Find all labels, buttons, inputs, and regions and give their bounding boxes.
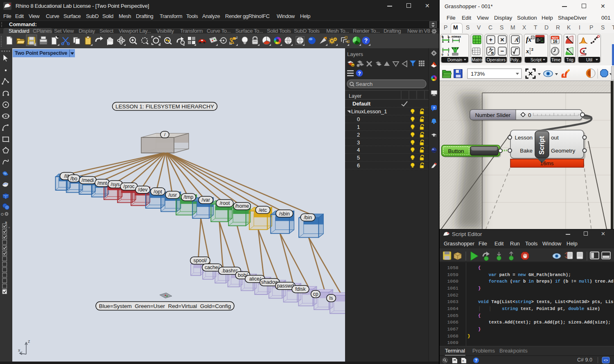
- svg-text:/usr: /usr: [169, 192, 177, 198]
- svg-text:0: 0: [528, 112, 531, 118]
- svg-text:/sbin: /sbin: [279, 211, 290, 217]
- svg-text:<>: <>: [604, 358, 608, 362]
- svg-text:?: ?: [475, 358, 477, 363]
- svg-text:Two Point Perspective: Two Point Perspective: [15, 50, 67, 56]
- svg-text:Script: Script: [538, 136, 545, 155]
- svg-text:/sys: /sys: [111, 182, 120, 187]
- svg-text:/bin: /bin: [304, 215, 312, 220]
- svg-text:cp: cp: [313, 291, 318, 297]
- svg-text:alice/: alice/: [249, 276, 261, 282]
- svg-text:0: 0: [442, 35, 443, 38]
- svg-text:NOV: NOV: [552, 36, 558, 39]
- svg-text:/root: /root: [220, 200, 230, 206]
- svg-text:/var: /var: [202, 197, 210, 203]
- svg-text:Button: Button: [448, 148, 464, 154]
- svg-text:−: −: [501, 47, 504, 54]
- svg-text:B: B: [491, 51, 494, 55]
- svg-text:/dev: /dev: [138, 187, 148, 193]
- svg-text:+: +: [532, 36, 534, 39]
- svg-text:Blue=System Green=User Red=V: Blue=System Green=User Red=Virtual Gold=…: [99, 303, 231, 309]
- svg-text:Geometry: Geometry: [551, 148, 576, 154]
- svg-text:+: +: [489, 36, 493, 43]
- svg-text:2: 2: [517, 36, 519, 40]
- svg-text:16ms: 16ms: [540, 160, 553, 166]
- svg-text:✕: ✕: [500, 37, 505, 43]
- svg-text:?: ?: [433, 106, 435, 110]
- svg-text:/medi: /medi: [81, 178, 94, 183]
- svg-text:ls: ls: [330, 295, 333, 301]
- svg-text:max: max: [456, 35, 461, 38]
- svg-text:/tmp: /tmp: [184, 194, 194, 200]
- svg-text:Lesson: Lesson: [515, 135, 533, 141]
- svg-text:2: 2: [531, 47, 533, 52]
- svg-text:/proc: /proc: [123, 184, 134, 189]
- svg-text:spool/: spool/: [194, 258, 207, 263]
- svg-text:173%: 173%: [471, 71, 485, 77]
- svg-text:/mnt: /mnt: [97, 180, 107, 186]
- svg-text:passwd: passwd: [277, 283, 294, 289]
- svg-text:»: »: [8, 226, 10, 229]
- svg-text:Bake: Bake: [520, 148, 533, 154]
- svg-text:Search: Search: [356, 81, 372, 87]
- svg-text:8: 8: [9, 3, 11, 6]
- svg-text:Number Slider: Number Slider: [475, 112, 511, 118]
- svg-text:/bo: /bo: [70, 176, 77, 182]
- svg-text:Layer: Layer: [349, 93, 361, 99]
- svg-text:?: ?: [358, 71, 361, 76]
- svg-text:.bashrc: .bashrc: [221, 268, 238, 274]
- svg-text:cache/: cache/: [205, 265, 220, 270]
- svg-text:x: x: [582, 49, 585, 54]
- svg-text:?: ?: [364, 37, 368, 44]
- svg-text:O: O: [1, 212, 4, 216]
- svg-text:x: x: [526, 48, 529, 54]
- svg-text:x: x: [18, 348, 20, 353]
- svg-text:0: 0: [442, 53, 443, 56]
- svg-text:LESSON 1: FILESYSTEM HIERARCHY: LESSON 1: FILESYSTEM HIERARCHY: [115, 103, 214, 110]
- svg-text:1: 1: [447, 35, 449, 38]
- svg-text:out: out: [551, 135, 559, 141]
- svg-text:fdisk: fdisk: [295, 286, 306, 292]
- svg-text:/opt: /opt: [154, 189, 162, 195]
- svg-text:+: +: [352, 64, 354, 67]
- svg-text:16: 16: [553, 39, 558, 44]
- svg-text:+: +: [462, 359, 464, 363]
- svg-text:1: 1: [447, 53, 449, 56]
- svg-text:fx: fx: [526, 36, 531, 43]
- svg-text:/home: /home: [235, 203, 249, 209]
- svg-text:/etc: /etc: [259, 207, 267, 213]
- svg-text:z: z: [28, 339, 30, 344]
